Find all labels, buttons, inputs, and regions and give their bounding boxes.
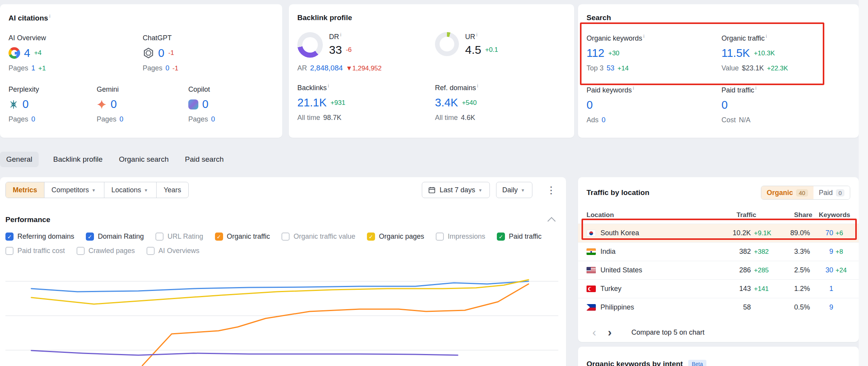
table-row-south-korea[interactable]: South Korea 10.2K +9.1K 89.0% 70 +6 [578, 224, 859, 242]
collapse-chevron-icon[interactable] [547, 217, 556, 225]
paid-keywords-value-link[interactable]: 0 [587, 99, 593, 111]
pages-count-link[interactable]: 1 [31, 64, 35, 72]
info-icon [476, 32, 477, 38]
more-options-icon[interactable] [546, 185, 556, 195]
united-states-flag-icon [587, 267, 596, 274]
checkbox-icon[interactable] [5, 247, 14, 255]
pages-count-link[interactable]: 0 [211, 115, 215, 123]
philippines-flag-icon [587, 304, 596, 311]
organic-keywords-by-intent-title: Organic keywords by intent [587, 360, 683, 366]
metric-label: AI Overview [9, 34, 143, 42]
organic-keywords-value-link[interactable]: 112 [587, 48, 604, 59]
keywords-count-link[interactable]: 1 [810, 285, 833, 293]
checkbox-icon[interactable] [77, 247, 85, 255]
paid-traffic-value-link[interactable]: 0 [721, 99, 728, 111]
tab-backlink-profile[interactable]: Backlink profile [52, 152, 104, 167]
metric-paid-traffic: Paid traffic 0 Cost N/A [721, 86, 850, 124]
pages-count-link[interactable]: 0 [165, 64, 169, 72]
table-row-united-states[interactable]: United States 286 +285 2.5% 30 +24 [578, 261, 859, 279]
organic-traffic-value-link[interactable]: 11.5K [721, 48, 750, 59]
checkbox-icon[interactable] [436, 233, 444, 241]
traffic-by-location-title: Traffic by location [587, 188, 650, 197]
metric-value[interactable]: 0 [158, 48, 164, 59]
checkbox-icon[interactable] [5, 233, 14, 241]
checkbox-icon[interactable] [215, 233, 223, 241]
compare-top5-link[interactable]: Compare top 5 on chart [631, 328, 704, 337]
ur-label: UR [465, 32, 498, 41]
metric-label: ChatGPT [143, 34, 274, 42]
ref-domains-value-link[interactable]: 3.4K [435, 97, 458, 108]
metrics-button[interactable]: Metrics [6, 182, 44, 198]
table-row-turkey[interactable]: Turkey 143 +141 1.2% 1 [578, 279, 859, 298]
keywords-count-link[interactable]: 9 [810, 248, 833, 256]
performance-chart-area [5, 271, 558, 366]
perplexity-icon [9, 99, 19, 109]
ar-value-link[interactable]: 2,848,084 [310, 64, 343, 72]
search-card: Search Organic keywords 112 +30 Top 3 53… [578, 4, 859, 138]
info-icon [340, 32, 341, 38]
performance-title: Performance [5, 215, 50, 224]
metric-copilot: Copilot 0 Pages 0 [188, 86, 274, 123]
table-row-philippines[interactable]: Philippines 58 0.5% 9 [578, 298, 859, 316]
tab-organic-search[interactable]: Organic search [117, 152, 170, 167]
checkbox-icon[interactable] [367, 233, 375, 241]
paid-toggle-button[interactable]: Paid0 [813, 186, 850, 199]
metric-checkbox-paid-traffic[interactable]: Paid traffic [497, 233, 542, 241]
metric-checkbox-url-rating[interactable]: URL Rating [155, 233, 203, 241]
metric-checkbox-impressions[interactable]: Impressions [436, 233, 485, 241]
tab-paid-search[interactable]: Paid search [183, 152, 225, 167]
metric-checkbox-ai-overviews[interactable]: AI Overviews [147, 247, 200, 255]
top3-count-link[interactable]: 53 [607, 64, 614, 72]
keywords-count-link[interactable]: 30 [810, 266, 833, 274]
metric-checkbox-paid-traffic-cost[interactable]: Paid traffic cost [5, 247, 65, 255]
metric-checkbox-row-1: Referring domains Domain Rating URL Rati… [5, 233, 566, 241]
backlinks-value-link[interactable]: 21.1K [297, 97, 327, 108]
traffic-by-location-card: Traffic by location Organic40 Paid0 Loca… [578, 177, 859, 342]
scrollbar-track[interactable] [859, 0, 868, 366]
metric-checkbox-organic-traffic-value[interactable]: Organic traffic value [281, 233, 355, 241]
ar-row: AR 2,848,084 ▼1,294,952 [297, 64, 435, 72]
backlink-profile-card: Backlink profile DR 33 -6 AR 2,848,084 ▼… [289, 4, 574, 138]
pages-count-link[interactable]: 0 [31, 115, 35, 123]
metric-checkbox-crawled-pages[interactable]: Crawled pages [77, 247, 135, 255]
metric-value[interactable]: 0 [22, 99, 29, 110]
metric-value[interactable]: 0 [111, 99, 117, 110]
metric-value[interactable]: 4 [24, 48, 30, 59]
ur-delta: +0.1 [485, 46, 498, 54]
ads-count-link[interactable]: 0 [602, 116, 605, 124]
metric-label: Gemini [97, 86, 188, 94]
metric-checkbox-organic-traffic[interactable]: Organic traffic [215, 233, 270, 241]
next-page-icon[interactable] [602, 327, 617, 338]
location-table: Location Traffic Share Keywords South Ko… [578, 207, 859, 316]
checkbox-icon[interactable] [281, 233, 290, 241]
metric-organic-keywords: Organic keywords 112 +30 Top 3 53 +14 [587, 34, 721, 72]
pages-count-link[interactable]: 0 [119, 115, 123, 123]
organic-toggle-button[interactable]: Organic40 [761, 186, 813, 199]
metric-delta: -1 [168, 49, 174, 57]
granularity-dropdown[interactable]: Daily [496, 182, 532, 198]
checkbox-icon[interactable] [86, 233, 94, 241]
metric-ref-domains: Ref. domains 3.4K +540 All time 4.6K [435, 83, 566, 122]
chevron-down-icon [92, 188, 97, 193]
metric-checkbox-domain-rating[interactable]: Domain Rating [86, 233, 144, 241]
metric-value[interactable]: 0 [202, 99, 208, 110]
keywords-count-link[interactable]: 9 [810, 303, 833, 311]
checkbox-icon[interactable] [497, 233, 505, 241]
tab-general[interactable]: General [0, 152, 39, 167]
years-button[interactable]: Years [156, 182, 188, 198]
locations-dropdown[interactable]: Locations [104, 182, 156, 198]
ur-value: 4.5 [465, 44, 481, 56]
checkbox-icon[interactable] [155, 233, 164, 241]
section-tabs: General Backlink profile Organic search … [0, 151, 225, 168]
date-range-dropdown[interactable]: Last 7 days [422, 182, 490, 198]
keywords-count-link[interactable]: 70 [810, 229, 833, 237]
checkbox-icon[interactable] [147, 247, 155, 255]
organic-count-badge: 40 [796, 189, 808, 197]
previous-page-icon[interactable] [587, 327, 602, 338]
metric-checkbox-organic-pages[interactable]: Organic pages [367, 233, 424, 241]
table-row-india[interactable]: India 382 +382 3.3% 9 +8 [578, 242, 859, 261]
metric-checkbox-referring-domains[interactable]: Referring domains [5, 233, 74, 241]
competitors-dropdown[interactable]: Competitors [44, 182, 104, 198]
beta-badge: Beta [688, 360, 706, 366]
performance-card: Metrics Competitors Locations Years Last… [0, 177, 566, 366]
